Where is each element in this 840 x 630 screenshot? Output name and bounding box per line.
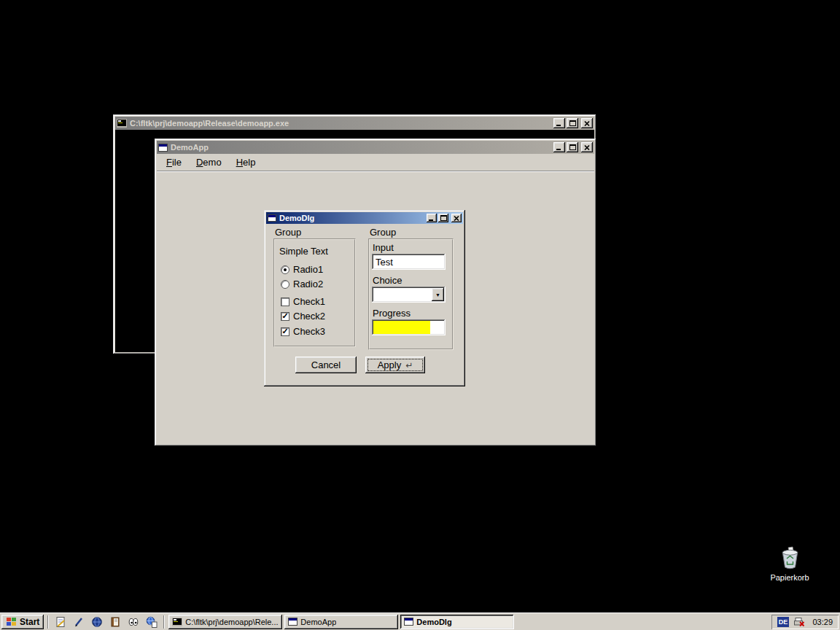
cancel-button-label: Cancel (311, 359, 341, 370)
demodlg-dialog: DemoDlg Group Simple Text Radio1 Radio2 … (264, 210, 465, 386)
minimize-button[interactable] (427, 214, 437, 222)
simple-text-label: Simple Text (279, 246, 328, 257)
radio1-label: Radio1 (293, 264, 323, 275)
left-group-label: Group (275, 227, 301, 238)
system-tray: DE 03:29 (771, 615, 839, 629)
task-button-label: C:\fltk\prj\demoapp\Rele... (185, 618, 278, 626)
progress-bar (372, 319, 446, 335)
radio2-option[interactable]: Radio2 (281, 279, 323, 289)
start-button[interactable]: Start (1, 615, 44, 629)
document-pencil-icon (55, 616, 66, 628)
choice-label: Choice (373, 275, 402, 286)
quicklaunch-eyes-button[interactable] (125, 615, 141, 629)
msdos-icon (172, 618, 182, 626)
task-button-label: DemoApp (300, 618, 336, 626)
check1-box[interactable]: ✓ (281, 298, 289, 306)
menu-bar: File Demo Help (157, 154, 594, 171)
eyes-icon (128, 616, 139, 628)
check3-box[interactable]: ✓ (281, 327, 289, 336)
recycle-bin-icon (778, 546, 802, 570)
check2-label: Check2 (293, 311, 325, 322)
quicklaunch-notebook-button[interactable] (107, 615, 123, 629)
check1-option[interactable]: ✓ Check1 (281, 296, 325, 307)
task-button-label: DemoDlg (416, 618, 451, 626)
demoapp-title: DemoApp (171, 143, 551, 152)
input-label: Input (373, 242, 394, 253)
taskbar-clock[interactable]: 03:29 (809, 618, 833, 626)
maximize-button[interactable] (567, 118, 578, 128)
pen-icon (73, 616, 85, 628)
console-titlebar[interactable]: C:\fltk\prj\demoapp\Release\demoapp.exe (115, 117, 594, 130)
taskbar: Start (0, 612, 840, 630)
radio2-label: Radio2 (293, 279, 323, 289)
printer-error-icon[interactable] (793, 617, 805, 627)
choice-dropdown[interactable]: ▼ (372, 287, 446, 303)
check-mark-icon: ✓ (281, 327, 288, 335)
maximize-button[interactable] (438, 214, 448, 222)
cancel-button[interactable]: Cancel (295, 357, 357, 373)
windows-logo-icon (6, 617, 17, 626)
msdos-icon (117, 119, 127, 128)
return-key-icon: ↵ (405, 360, 413, 370)
input-field[interactable] (372, 254, 446, 270)
globe-icon (91, 616, 103, 628)
chevron-down-icon: ▼ (435, 292, 440, 298)
notebook-icon (109, 616, 121, 628)
demodlg-title: DemoDlg (279, 214, 424, 222)
start-button-label: Start (20, 617, 39, 627)
apply-button-label: Apply (378, 359, 402, 370)
keyboard-layout-indicator[interactable]: DE (777, 617, 789, 627)
task-button-demoapp[interactable]: DemoApp (284, 615, 398, 629)
check-mark-icon: ✓ (281, 312, 288, 319)
right-group-label: Group (370, 227, 396, 238)
check2-box[interactable]: ✓ (281, 312, 289, 321)
choice-dropdown-button[interactable]: ▼ (432, 288, 444, 301)
progress-label: Progress (373, 308, 411, 319)
check3-option[interactable]: ✓ Check3 (281, 326, 325, 337)
taskbar-divider (163, 615, 165, 629)
minimize-button[interactable] (553, 118, 565, 128)
demoapp-titlebar[interactable]: DemoApp (157, 141, 594, 154)
recycle-bin-label: Papierkorb (765, 573, 814, 582)
quicklaunch-web-document-button[interactable] (144, 615, 160, 629)
close-button[interactable] (581, 118, 593, 128)
apply-button[interactable]: Apply ↵ (365, 357, 425, 373)
window-icon (288, 618, 298, 626)
web-document-icon (146, 616, 158, 628)
check2-option[interactable]: ✓ Check2 (281, 311, 325, 322)
task-button-console[interactable]: C:\fltk\prj\demoapp\Rele... (168, 615, 282, 629)
demodlg-window-icon (268, 214, 276, 222)
check1-label: Check1 (293, 296, 325, 307)
menu-help[interactable]: Help (230, 155, 262, 170)
input-field-frame (372, 254, 446, 270)
maximize-button[interactable] (567, 142, 578, 152)
demodlg-body: Group Simple Text Radio1 Radio2 ✓ Check1… (266, 224, 463, 384)
quicklaunch-globe-button[interactable] (89, 615, 105, 629)
minimize-button[interactable] (553, 142, 565, 152)
radio2-button[interactable] (281, 280, 289, 289)
window-icon (404, 618, 413, 626)
demodlg-titlebar[interactable]: DemoDlg (266, 212, 463, 224)
console-title: C:\fltk\prj\demoapp\Release\demoapp.exe (130, 119, 551, 128)
radio1-button[interactable] (281, 265, 289, 274)
close-button[interactable] (451, 214, 462, 222)
task-button-demodlg[interactable]: DemoDlg (400, 615, 514, 629)
quicklaunch-pen-button[interactable] (71, 615, 87, 629)
radio1-option[interactable]: Radio1 (281, 264, 323, 275)
demoapp-window-icon (158, 144, 168, 152)
check3-label: Check3 (293, 326, 325, 337)
progress-bar-fill (373, 321, 430, 334)
recycle-bin-desktop-icon[interactable]: Papierkorb (765, 546, 814, 582)
taskbar-divider (47, 615, 49, 629)
menu-file[interactable]: File (160, 155, 188, 170)
menu-demo[interactable]: Demo (190, 155, 228, 170)
quicklaunch-document-button[interactable] (52, 615, 69, 629)
close-button[interactable] (581, 142, 593, 152)
